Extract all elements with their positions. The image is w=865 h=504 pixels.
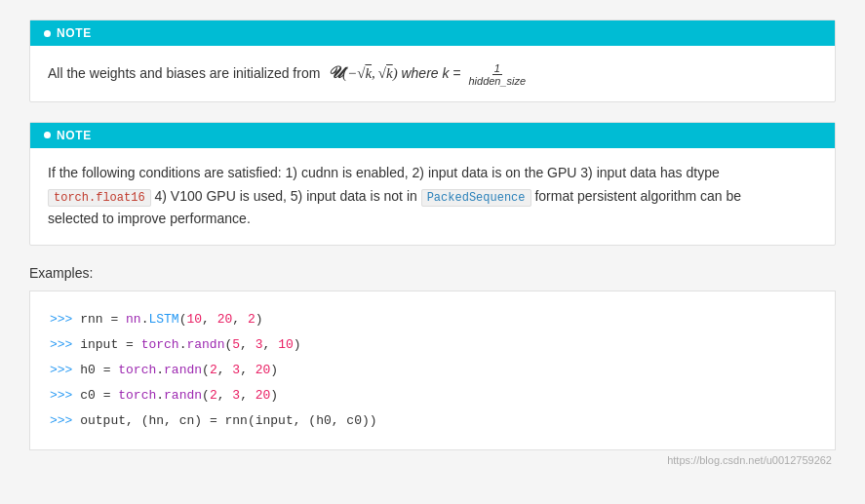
code-var-rnn: rnn xyxy=(80,312,102,327)
note-header-2: NOTE xyxy=(30,123,835,148)
code-line-5: >>> output, (hn, cn) = rnn(input, (h0, c… xyxy=(50,408,815,434)
code-num-5: 5 xyxy=(232,337,240,352)
code-prompt-2: >>> xyxy=(50,337,80,352)
code-eq-5: = xyxy=(202,413,224,428)
code-block: >>> rnn = nn.LSTM(10, 20, 2) >>> input =… xyxy=(29,291,836,450)
code-randn-1: randn xyxy=(186,337,224,352)
code-eq-3: = xyxy=(96,363,118,377)
code-comma-10: , xyxy=(164,413,179,428)
code-lstm: LSTM xyxy=(148,312,178,327)
examples-section: Examples: >>> rnn = nn.LSTM(10, 20, 2) >… xyxy=(29,265,836,466)
code-num-2: 2 xyxy=(248,312,256,327)
math-formula: 𝒰(−√k, √k) xyxy=(324,65,401,81)
code-var-input2: input xyxy=(256,413,294,428)
code-comma-1: , xyxy=(202,312,217,327)
code-eq-1: = xyxy=(103,312,126,327)
code-dot-4: . xyxy=(156,388,164,403)
code-torch-3: torch xyxy=(118,363,156,377)
note-header-1: NOTE xyxy=(30,20,835,46)
code-line-1: >>> rnn = nn.LSTM(10, 20, 2) xyxy=(50,307,815,332)
note2-line1: If the following conditions are satisfie… xyxy=(48,165,720,180)
code-torch-2: torch xyxy=(141,337,179,352)
note-body-2: If the following conditions are satisfie… xyxy=(30,148,835,245)
code-randn-3: randn xyxy=(164,388,202,403)
code-paren-4: ( xyxy=(202,388,210,403)
code-var-hn: hn xyxy=(148,413,164,428)
code-comma-8: , xyxy=(240,388,256,403)
code-comma-4: , xyxy=(263,337,279,352)
code-num-10: 10 xyxy=(186,312,202,327)
code-torch-4: torch xyxy=(118,388,156,403)
code-paren-5: ( xyxy=(248,413,256,428)
code-prompt-5: >>> xyxy=(50,413,80,428)
code-eq-2: = xyxy=(118,337,140,352)
code-num-20: 20 xyxy=(217,312,233,327)
code-num-3c: 3 xyxy=(232,388,240,403)
fraction-denominator: hidden_size xyxy=(466,75,528,87)
code-comma-3: , xyxy=(240,337,256,352)
code-num-3b: 3 xyxy=(232,363,240,377)
code-comma-7: , xyxy=(217,388,233,403)
where-text: where k = xyxy=(401,65,460,81)
fraction-numerator: 1 xyxy=(492,62,502,75)
examples-label: Examples: xyxy=(29,265,836,281)
note2-line3: format persistent algorithm can be xyxy=(534,188,741,204)
note-body-1: All the weights and biases are initializ… xyxy=(30,46,835,101)
code-var-input: input xyxy=(80,337,118,352)
note1-text: All the weights and biases are initializ… xyxy=(48,65,320,81)
code-nn: nn xyxy=(126,312,141,327)
code-eq-4: = xyxy=(96,388,118,403)
code-num-3a: 3 xyxy=(256,337,263,352)
note2-line2: 4) V100 GPU is used, 5) input data is no… xyxy=(155,188,421,204)
note-title-1: NOTE xyxy=(57,26,92,40)
watermark: https://blog.csdn.net/u0012759262 xyxy=(29,454,836,466)
inline-code-float16: torch.float16 xyxy=(48,189,151,207)
code-var-cn: cn xyxy=(179,413,195,428)
note-title-2: NOTE xyxy=(57,129,92,142)
code-paren-close-6: )) xyxy=(362,413,377,428)
code-var-c0: c0 xyxy=(80,388,96,403)
code-comma-6: , xyxy=(240,363,256,377)
note-dot-1 xyxy=(44,30,51,37)
code-comma-2: , xyxy=(232,312,248,327)
code-line-3: >>> h0 = torch.randn(2, 3, 20) xyxy=(50,358,815,383)
code-var-h0: h0 xyxy=(80,363,96,377)
code-paren-close-2: ) xyxy=(294,337,301,352)
code-var-rnn2: rnn xyxy=(224,413,247,428)
code-num-2b: 2 xyxy=(210,363,217,377)
note-dot-2 xyxy=(44,132,51,138)
code-prompt-4: >>> xyxy=(50,388,80,403)
fraction-k: 1 hidden_size xyxy=(466,62,528,87)
code-var-output: output xyxy=(80,413,126,428)
code-line-4: >>> c0 = torch.randn(2, 3, 20) xyxy=(50,383,815,408)
code-comma-12: , xyxy=(332,413,347,428)
code-randn-2: randn xyxy=(164,363,202,377)
code-num-20b: 20 xyxy=(256,363,271,377)
code-paren-close-4: ) xyxy=(270,388,278,403)
code-prompt-1: >>> xyxy=(50,312,80,327)
code-paren-close-1: ) xyxy=(256,312,263,327)
code-num-10b: 10 xyxy=(278,337,294,352)
code-var-c02: c0 xyxy=(346,413,362,428)
code-var-h02: h0 xyxy=(316,413,332,428)
code-comma-5: , xyxy=(217,363,233,377)
code-comma-9: , ( xyxy=(126,413,148,428)
code-prompt-3: >>> xyxy=(50,363,80,377)
code-dot-3: . xyxy=(156,363,164,377)
note-box-2: NOTE If the following conditions are sat… xyxy=(29,122,836,246)
code-num-2c: 2 xyxy=(210,388,217,403)
code-paren-close-3: ) xyxy=(270,363,278,377)
code-paren-close-5: ) xyxy=(194,413,202,428)
code-paren-3: ( xyxy=(202,363,210,377)
code-comma-11: , ( xyxy=(294,413,316,428)
note-box-1: NOTE All the weights and biases are init… xyxy=(29,19,836,102)
page-container: NOTE All the weights and biases are init… xyxy=(0,0,865,485)
inline-code-packedseq: PackedSequence xyxy=(421,189,531,207)
code-num-20c: 20 xyxy=(256,388,271,403)
code-line-2: >>> input = torch.randn(5, 3, 10) xyxy=(50,332,815,358)
note2-line4: selected to improve performance. xyxy=(48,211,251,226)
